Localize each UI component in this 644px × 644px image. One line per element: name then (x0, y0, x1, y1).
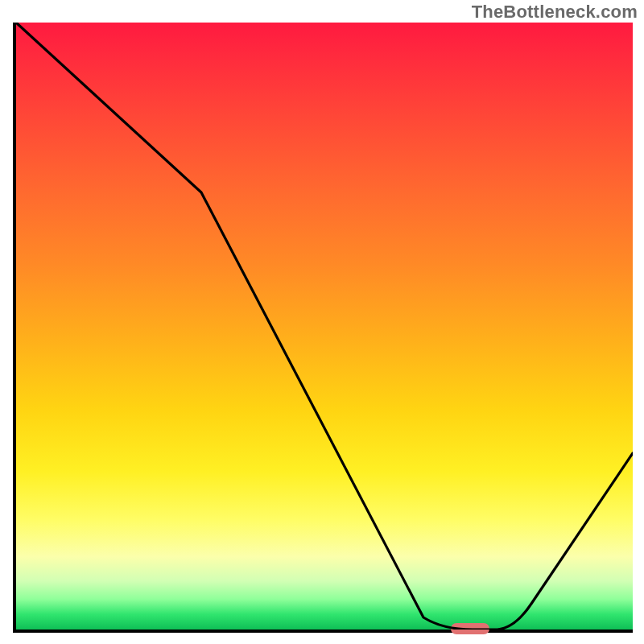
watermark-text: TheBottleneck.com (472, 2, 638, 23)
chart-canvas: TheBottleneck.com (0, 0, 644, 644)
bottleneck-curve (16, 23, 633, 630)
plot-area (13, 23, 633, 633)
